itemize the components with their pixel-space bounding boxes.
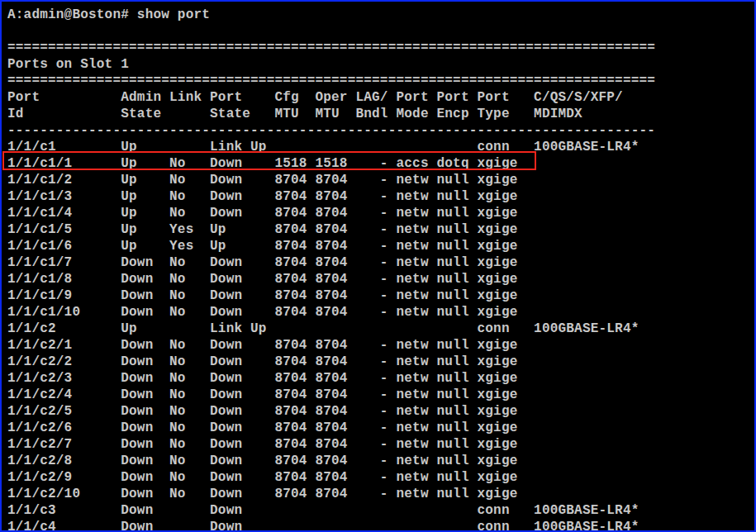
separator-line: ========================================…: [7, 73, 754, 89]
port-row: 1/1/c2/3 Down No Down 8704 8704 - netw n…: [7, 370, 754, 387]
port-row: 1/1/c2/8 Down No Down 8704 8704 - netw n…: [7, 453, 754, 469]
port-row: 1/1/c1/7 Down No Down 8704 8704 - netw n…: [7, 254, 754, 271]
divider-line: ----------------------------------------…: [7, 122, 754, 139]
port-row: 1/1/c2/10 Down No Down 8704 8704 - netw …: [7, 486, 754, 502]
terminal-screen[interactable]: A:admin@Boston# show port===============…: [2, 2, 754, 530]
port-row: 1/1/c1/9 Down No Down 8704 8704 - netw n…: [7, 287, 754, 304]
blank-line: [7, 23, 754, 40]
port-row: 1/1/c2/6 Down No Down 8704 8704 - netw n…: [7, 420, 754, 436]
terminal-window: A:admin@Boston# show port===============…: [0, 0, 756, 532]
port-row: 1/1/c1/8 Down No Down 8704 8704 - netw n…: [7, 271, 754, 287]
port-row: 1/1/c2/9 Down No Down 8704 8704 - netw n…: [7, 469, 754, 486]
column-header-row-1: Port Admin Link Port Cfg Oper LAG/ Port …: [7, 89, 754, 106]
port-row: 1/1/c1/3 Up No Down 8704 8704 - netw nul…: [7, 188, 754, 205]
port-row-highlighted: 1/1/c1/1 Up No Down 1518 1518 - accs dot…: [7, 155, 754, 172]
port-row: 1/1/c3 Down Down conn 100GBASE-LR4*: [7, 502, 754, 519]
port-row: 1/1/c2 Up Link Up conn 100GBASE-LR4*: [7, 321, 754, 337]
port-row: 1/1/c1/4 Up No Down 8704 8704 - netw nul…: [7, 205, 754, 221]
port-row: 1/1/c1/6 Up Yes Up 8704 8704 - netw null…: [7, 238, 754, 254]
port-row: 1/1/c2/1 Down No Down 8704 8704 - netw n…: [7, 337, 754, 354]
port-row: 1/1/c1/10 Down No Down 8704 8704 - netw …: [7, 304, 754, 321]
port-row: 1/1/c1/5 Up Yes Up 8704 8704 - netw null…: [7, 221, 754, 238]
port-row: 1/1/c1 Up Link Up conn 100GBASE-LR4*: [7, 139, 754, 155]
table-title: Ports on Slot 1: [7, 56, 754, 73]
port-row: 1/1/c1/2 Up No Down 8704 8704 - netw nul…: [7, 172, 754, 188]
shell-prompt-line: A:admin@Boston# show port: [7, 7, 754, 23]
port-row: 1/1/c2/4 Down No Down 8704 8704 - netw n…: [7, 387, 754, 403]
separator-line: ========================================…: [7, 40, 754, 56]
column-header-row-2: Id State State MTU MTU Bndl Mode Encp Ty…: [7, 106, 754, 122]
port-row: 1/1/c2/7 Down No Down 8704 8704 - netw n…: [7, 436, 754, 453]
port-row: 1/1/c4 Down Down conn 100GBASE-LR4*: [7, 519, 754, 530]
port-row: 1/1/c2/5 Down No Down 8704 8704 - netw n…: [7, 403, 754, 420]
port-row: 1/1/c2/2 Down No Down 8704 8704 - netw n…: [7, 354, 754, 370]
